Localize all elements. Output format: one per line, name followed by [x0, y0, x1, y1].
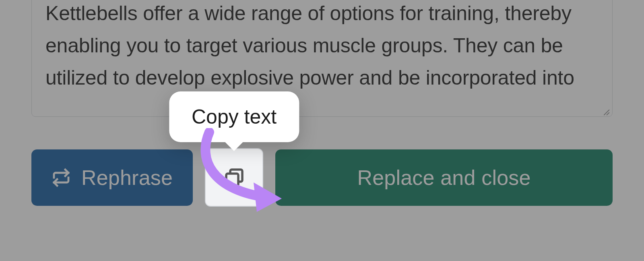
rephrase-button-label: Rephrase — [81, 166, 173, 190]
replace-button-label: Replace and close — [357, 166, 530, 190]
svg-line-1 — [607, 112, 609, 115]
copy-tooltip-label: Copy text — [192, 106, 277, 128]
replace-and-close-button[interactable]: Replace and close — [275, 149, 613, 206]
repeat-icon — [52, 168, 71, 187]
svg-rect-3 — [226, 174, 238, 186]
rephrase-button[interactable]: Rephrase — [31, 149, 193, 206]
resize-handle-icon[interactable] — [603, 108, 610, 116]
svg-line-0 — [604, 110, 609, 115]
action-button-row: Rephrase Copy text Replace and close — [31, 148, 613, 207]
text-output-area[interactable]: Kettlebells offer a wide range of option… — [31, 0, 613, 117]
copy-icon — [222, 166, 246, 190]
copy-tooltip: Copy text — [169, 91, 299, 142]
output-text: Kettlebells offer a wide range of option… — [45, 0, 599, 94]
